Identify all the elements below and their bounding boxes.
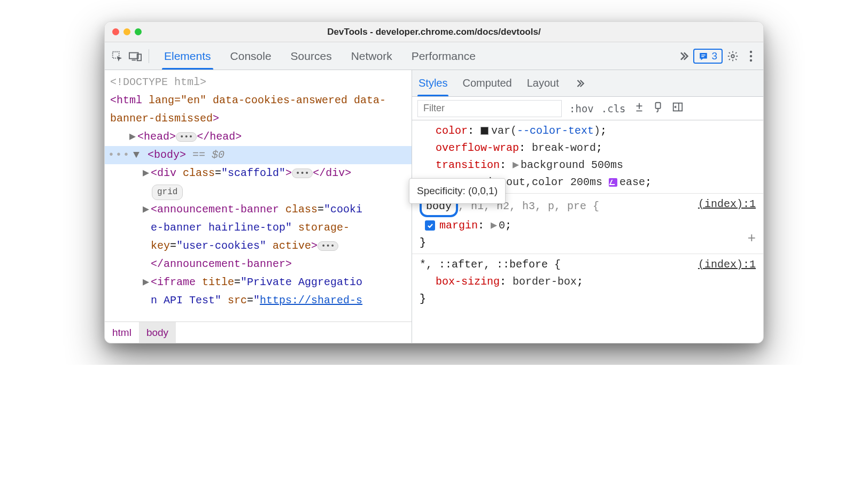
rule-close-brace: } <box>420 234 756 251</box>
rule-close-brace: } <box>420 290 756 308</box>
svg-point-9 <box>750 59 752 61</box>
ellipsis-icon[interactable]: ••• <box>317 241 338 251</box>
styles-filter-row: :hov .cls <box>412 97 763 120</box>
prop-margin[interactable]: margin: ▶0; <box>420 217 756 234</box>
dom-iframe[interactable]: ▶<iframe title="Private Aggregatio <box>105 273 412 292</box>
main-toolbar: Elements Console Sources Network Perform… <box>105 42 763 70</box>
dom-html-open[interactable]: <html lang="en" data-cookies-answered da… <box>105 91 412 128</box>
dom-announcement-banner[interactable]: ▶<announcement-banner class="cooki <box>105 201 412 219</box>
issues-badge[interactable]: 3 <box>693 49 723 64</box>
source-link[interactable]: (index):1 <box>698 196 756 213</box>
disclosure-triangle-icon[interactable]: ▶ <box>142 273 150 292</box>
disclosure-triangle-icon[interactable]: ▶ <box>142 164 150 182</box>
dom-announcement-banner-close[interactable]: </announcement-banner> <box>105 255 412 273</box>
content-area: <!DOCTYPE html> <html lang="en" data-coo… <box>105 70 763 343</box>
more-menu-icon[interactable] <box>743 48 759 64</box>
hov-toggle[interactable]: :hov <box>569 103 594 114</box>
elements-pane: <!DOCTYPE html> <html lang="en" data-coo… <box>105 70 412 343</box>
breadcrumb-html[interactable]: html <box>105 322 139 343</box>
source-link[interactable]: (index):1 <box>698 256 756 273</box>
subtab-styles[interactable]: Styles <box>417 70 448 96</box>
dom-tree[interactable]: <!DOCTYPE html> <html lang="en" data-coo… <box>105 70 412 321</box>
toolbar-divider <box>149 49 149 63</box>
dom-head[interactable]: ▶<head>•••</head> <box>105 128 412 146</box>
specificity-tooltip: Specificity: (0,0,1) <box>409 178 506 204</box>
prop-overflow-wrap[interactable]: overflow-wrap: break-word; <box>420 140 756 157</box>
styles-filter-input[interactable] <box>417 100 562 117</box>
cls-toggle[interactable]: .cls <box>601 103 626 114</box>
tab-sources[interactable]: Sources <box>281 42 342 70</box>
svg-rect-4 <box>702 55 706 56</box>
svg-point-8 <box>750 55 752 57</box>
settings-icon[interactable] <box>725 48 741 64</box>
bezier-editor-icon[interactable] <box>609 178 617 187</box>
ellipsis-icon[interactable]: ••• <box>176 132 197 142</box>
disclosure-triangle-icon[interactable]: ▶ <box>142 201 150 219</box>
toggle-sidebar-icon[interactable] <box>672 101 684 116</box>
issues-count: 3 <box>711 50 717 62</box>
more-subtabs-icon[interactable] <box>573 79 587 88</box>
styles-rules: color: var(--color-text); overflow-wrap:… <box>412 120 763 343</box>
style-rule-box-sizing[interactable]: (index):1 *, ::after, ::before { box-siz… <box>412 254 763 310</box>
dom-announcement-banner-l3[interactable]: key="user-cookies" active>••• <box>105 237 412 255</box>
styles-pane: Styles Computed Layout :hov .cls <box>412 70 763 343</box>
dom-div-scaffold[interactable]: ▶<div class="scaffold">•••</div> <box>105 164 412 182</box>
add-property-icon[interactable]: + <box>747 228 756 250</box>
iframe-src-link[interactable]: https://shared-s <box>260 294 362 307</box>
style-rule-inherited[interactable]: color: var(--color-text); overflow-wrap:… <box>412 120 763 194</box>
disclosure-triangle-icon[interactable]: ▼ <box>133 146 140 164</box>
color-swatch-icon[interactable] <box>480 127 489 135</box>
sub-tabs: Styles Computed Layout <box>412 70 763 97</box>
dom-announcement-banner-l2[interactable]: e-banner hairline-top" storage- <box>105 219 412 237</box>
dom-body-selected[interactable]: •••▼ <body> == $0 <box>105 146 412 164</box>
prop-transition[interactable]: transition: ▶background 500ms <box>420 157 756 174</box>
dom-grid-pill: grid <box>105 182 412 201</box>
tab-performance[interactable]: Performance <box>402 42 485 70</box>
svg-point-7 <box>750 50 752 52</box>
main-tabs: Elements Console Sources Network Perform… <box>154 42 485 70</box>
device-toolbar-icon[interactable] <box>127 48 143 64</box>
prop-color[interactable]: color: var(--color-text); <box>420 122 756 140</box>
tab-console[interactable]: Console <box>221 42 281 70</box>
paint-flash-icon[interactable] <box>653 101 664 116</box>
breadcrumb: html body <box>105 321 412 343</box>
breadcrumb-body[interactable]: body <box>139 322 176 343</box>
titlebar: DevTools - developer.chrome.com/docs/dev… <box>105 22 763 42</box>
dom-doctype[interactable]: <!DOCTYPE html> <box>105 73 412 91</box>
svg-point-6 <box>731 55 734 58</box>
subtab-layout[interactable]: Layout <box>526 70 560 96</box>
selection-dots-icon: ••• <box>108 149 130 161</box>
subtab-computed[interactable]: Computed <box>461 70 513 96</box>
window-title: DevTools - developer.chrome.com/docs/dev… <box>105 27 763 37</box>
ellipsis-icon[interactable]: ••• <box>292 169 313 178</box>
devtools-window: DevTools - developer.chrome.com/docs/dev… <box>104 21 764 343</box>
property-enabled-checkbox[interactable] <box>425 220 435 231</box>
tab-elements[interactable]: Elements <box>154 42 221 70</box>
more-tabs-icon[interactable] <box>676 51 691 62</box>
expand-shorthand-icon[interactable]: ▶ <box>491 219 497 232</box>
prop-box-sizing[interactable]: box-sizing: border-box; <box>420 273 756 290</box>
inspect-element-icon[interactable] <box>109 48 125 64</box>
tab-network[interactable]: Network <box>342 42 402 70</box>
svg-rect-13 <box>655 103 660 109</box>
new-style-rule-icon[interactable] <box>633 101 645 116</box>
dom-iframe-l2[interactable]: n API Test" src="https://shared-s <box>105 292 412 310</box>
disclosure-triangle-icon[interactable]: ▶ <box>129 128 136 146</box>
svg-rect-5 <box>702 56 704 57</box>
grid-badge[interactable]: grid <box>152 185 183 200</box>
issues-icon <box>699 51 708 61</box>
expand-shorthand-icon[interactable]: ▶ <box>513 159 519 171</box>
